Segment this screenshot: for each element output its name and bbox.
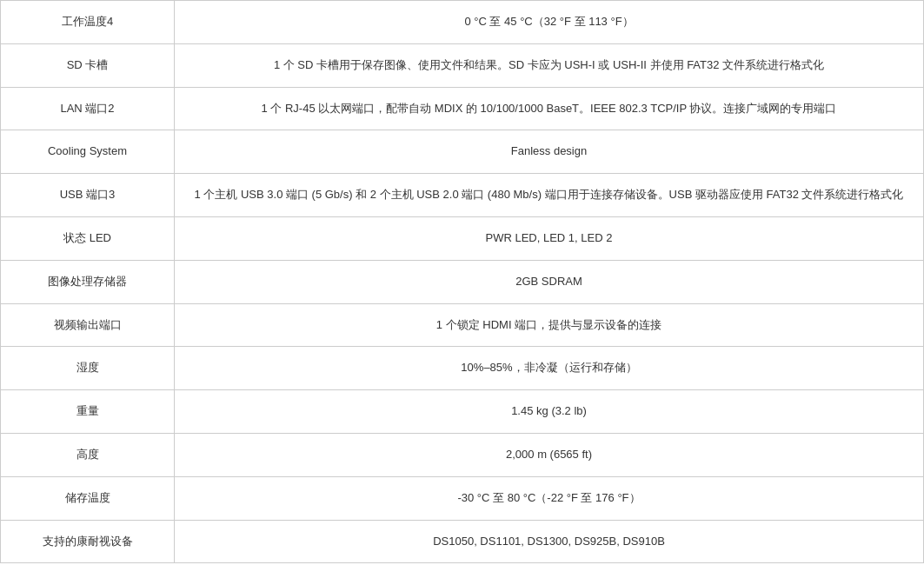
row-value: PWR LED, LED 1, LED 2 [175,216,924,260]
table-row: 高度2,000 m (6565 ft) [1,433,924,476]
row-value: 1 个 SD 卡槽用于保存图像、使用文件和结果。SD 卡应为 USH-I 或 U… [175,43,924,87]
table-row: 重量1.45 kg (3.2 lb) [1,390,924,434]
table-row: LAN 端口21 个 RJ-45 以太网端口，配带自动 MDIX 的 10/10… [1,87,924,130]
table-row: 视频输出端口1 个锁定 HDMI 端口，提供与显示设备的连接 [1,303,924,347]
table-row: 支持的康耐视设备DS1050, DS1101, DS1300, DS925B, … [1,520,924,563]
row-value: 1 个主机 USB 3.0 端口 (5 Gb/s) 和 2 个主机 USB 2.… [175,174,924,217]
row-label: 状态 LED [1,216,175,260]
row-value: 1 个锁定 HDMI 端口，提供与显示设备的连接 [175,303,924,347]
row-value: 0 °C 至 45 °C（32 °F 至 113 °F） [175,1,924,44]
table-row: 图像处理存储器2GB SDRAM [1,260,924,303]
row-label: 支持的康耐视设备 [1,520,175,563]
row-value: 1.45 kg (3.2 lb) [175,390,924,434]
specs-table: 工作温度40 °C 至 45 °C（32 °F 至 113 °F）SD 卡槽1 … [0,0,924,563]
row-value: 2GB SDRAM [175,260,924,303]
table-row: SD 卡槽1 个 SD 卡槽用于保存图像、使用文件和结果。SD 卡应为 USH-… [1,43,924,87]
table-row: 状态 LEDPWR LED, LED 1, LED 2 [1,216,924,260]
row-value: 1 个 RJ-45 以太网端口，配带自动 MDIX 的 10/100/1000 … [175,87,924,130]
row-value: DS1050, DS1101, DS1300, DS925B, DS910B [175,520,924,563]
row-label: 重量 [1,390,175,434]
row-label: 工作温度4 [1,1,175,44]
row-label: Cooling System [1,130,175,174]
row-value: 10%–85%，非冷凝（运行和存储） [175,347,924,390]
row-value: 2,000 m (6565 ft) [175,433,924,476]
row-label: USB 端口3 [1,174,175,217]
row-label: SD 卡槽 [1,43,175,87]
row-label: 储存温度 [1,476,175,520]
table-row: Cooling SystemFanless design [1,130,924,174]
table-row: USB 端口31 个主机 USB 3.0 端口 (5 Gb/s) 和 2 个主机… [1,174,924,217]
row-label: 湿度 [1,347,175,390]
row-value: Fanless design [175,130,924,174]
row-label: 高度 [1,433,175,476]
row-label: LAN 端口2 [1,87,175,130]
row-label: 视频输出端口 [1,303,175,347]
table-row: 工作温度40 °C 至 45 °C（32 °F 至 113 °F） [1,1,924,44]
row-label: 图像处理存储器 [1,260,175,303]
table-row: 储存温度-30 °C 至 80 °C（-22 °F 至 176 °F） [1,476,924,520]
table-row: 湿度10%–85%，非冷凝（运行和存储） [1,347,924,390]
row-value: -30 °C 至 80 °C（-22 °F 至 176 °F） [175,476,924,520]
